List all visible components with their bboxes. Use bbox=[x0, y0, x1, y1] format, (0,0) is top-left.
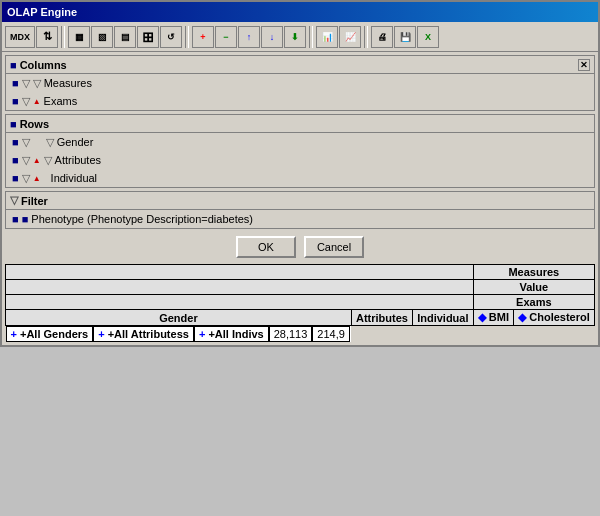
columns-measures-row: ■ ▽ ▽ Measures bbox=[6, 74, 594, 92]
measures-header-row: Measures bbox=[6, 265, 595, 280]
phenotype-label: Phenotype (Phenotype Description=diabete… bbox=[31, 213, 253, 225]
separator3 bbox=[309, 26, 313, 48]
title-bar: OLAP Engine bbox=[2, 2, 598, 22]
attrs-filter-icon: ▽ bbox=[22, 154, 30, 167]
bmi-label: BMI bbox=[489, 311, 509, 323]
col-names-row: Gender Attributes Individual ◆ BMI ◆ Cho… bbox=[6, 310, 595, 326]
attrs-plus-icon: + bbox=[98, 328, 104, 340]
save-btn[interactable]: 💾 bbox=[394, 26, 416, 48]
up-btn[interactable]: ↑ bbox=[238, 26, 260, 48]
rows-panel: ■ Rows ■ ▽ ▽ Gender ■ ▽ ▲ ▽ Attributes ■… bbox=[5, 114, 595, 188]
row-indiv-value: +All Indivs bbox=[208, 328, 263, 340]
window-title: OLAP Engine bbox=[7, 6, 77, 18]
exams-header-row: Exams bbox=[6, 295, 595, 310]
gender-spacer bbox=[33, 136, 43, 148]
gender-filter2-icon: ▽ bbox=[46, 136, 54, 149]
rows-header: ■ Rows bbox=[6, 115, 594, 133]
row-bmi: 28,113 bbox=[269, 326, 313, 342]
phenotype-sq2-icon: ■ bbox=[22, 213, 29, 225]
cholesterol-label: Cholesterol bbox=[529, 311, 590, 323]
mdx-btn[interactable]: MDX bbox=[5, 26, 35, 48]
excel-btn[interactable]: X bbox=[417, 26, 439, 48]
indiv-label: Individual bbox=[51, 172, 97, 184]
exams-filter-icon: ▽ bbox=[22, 95, 30, 108]
cancel-button[interactable]: Cancel bbox=[304, 236, 364, 258]
results-table: Measures Value Exams Gender bbox=[5, 264, 595, 342]
rows-attributes-row: ■ ▽ ▲ ▽ Attributes bbox=[6, 151, 594, 169]
col-gender: Gender bbox=[6, 310, 352, 326]
rows-gender-row: ■ ▽ ▽ Gender bbox=[6, 133, 594, 151]
bar-chart-btn[interactable]: 📊 bbox=[316, 26, 338, 48]
measures-header: Measures bbox=[473, 265, 594, 280]
col-individual: Individual bbox=[413, 310, 474, 326]
value-header: Value bbox=[473, 280, 594, 295]
attrs-label: Attributes bbox=[55, 154, 101, 166]
dialog-buttons: OK Cancel bbox=[5, 232, 595, 262]
separator4 bbox=[364, 26, 368, 48]
bmi-bullet-icon: ◆ bbox=[478, 311, 486, 323]
exams-empty-header bbox=[6, 295, 474, 310]
table-row: + +All Genders + +All Attributess + +All… bbox=[6, 326, 352, 342]
export-btn[interactable]: ⊞ bbox=[137, 26, 159, 48]
table-full-btn[interactable]: ▦ bbox=[68, 26, 90, 48]
data-grid: Measures Value Exams Gender bbox=[5, 264, 595, 342]
gender-square-icon: ■ bbox=[12, 136, 19, 148]
table-rows-btn[interactable]: ▤ bbox=[114, 26, 136, 48]
exams-up-icon: ▲ bbox=[33, 97, 41, 106]
gender-label: Gender bbox=[57, 136, 94, 148]
attrs-filter2-icon: ▽ bbox=[44, 154, 52, 167]
filter-main-icon: ▽ bbox=[10, 194, 18, 207]
indiv-up-icon: ▲ bbox=[33, 174, 41, 183]
rows-individual-row: ■ ▽ ▲ Individual bbox=[6, 169, 594, 187]
value-empty-header bbox=[6, 280, 474, 295]
attrs-up-icon: ▲ bbox=[33, 156, 41, 165]
rows-title: Rows bbox=[20, 118, 49, 130]
attrs-square-icon: ■ bbox=[12, 154, 19, 166]
toolbar: MDX ⇅ ▦ ▧ ▤ ⊞ ↺ + − ↑ ↓ ⬇ 📊 📈 🖨 💾 X bbox=[2, 22, 598, 52]
columns-square-icon: ■ bbox=[10, 59, 17, 71]
refresh-btn[interactable]: ↺ bbox=[160, 26, 182, 48]
indiv-filter-icon: ▽ bbox=[22, 172, 30, 185]
main-window: OLAP Engine MDX ⇅ ▦ ▧ ▤ ⊞ ↺ + − ↑ ↓ ⬇ 📊 … bbox=[0, 0, 600, 347]
col-bmi: ◆ BMI bbox=[473, 310, 513, 326]
down-btn[interactable]: ↓ bbox=[261, 26, 283, 48]
filter-panel: ▽ Filter ■ ■ Phenotype (Phenotype Descri… bbox=[5, 191, 595, 229]
download-btn[interactable]: ⬇ bbox=[284, 26, 306, 48]
row-attributes: + +All Attributess bbox=[93, 326, 194, 342]
columns-title: Columns bbox=[20, 59, 67, 71]
columns-header: ■ Columns ✕ bbox=[6, 56, 594, 74]
table-cols-btn[interactable]: ▧ bbox=[91, 26, 113, 48]
line-chart-btn[interactable]: 📈 bbox=[339, 26, 361, 48]
separator1 bbox=[61, 26, 65, 48]
exams-header: Exams bbox=[473, 295, 594, 310]
sort-btn[interactable]: ⇅ bbox=[36, 26, 58, 48]
phenotype-sq1-icon: ■ bbox=[12, 213, 19, 225]
gender-plus-icon: + bbox=[11, 328, 17, 340]
row-gender-value: +All Genders bbox=[20, 328, 88, 340]
filter-phenotype-row: ■ ■ Phenotype (Phenotype Description=dia… bbox=[6, 210, 594, 228]
row-attrs-value: +All Attributess bbox=[108, 328, 189, 340]
measures-empty-header bbox=[6, 265, 474, 280]
filter-title: Filter bbox=[21, 195, 48, 207]
indiv-square-icon: ■ bbox=[12, 172, 19, 184]
col-cholesterol: ◆ Cholesterol bbox=[514, 310, 595, 326]
indiv-plus-icon: + bbox=[199, 328, 205, 340]
filter-header: ▽ Filter bbox=[6, 192, 594, 210]
ok-button[interactable]: OK bbox=[236, 236, 296, 258]
row-individual: + +All Indivs bbox=[194, 326, 269, 342]
col-attributes: Attributes bbox=[351, 310, 412, 326]
measures-square-icon: ■ bbox=[12, 77, 19, 89]
separator2 bbox=[185, 26, 189, 48]
cholesterol-bullet-icon: ◆ bbox=[518, 311, 526, 323]
value-header-row: Value bbox=[6, 280, 595, 295]
gender-filter-icon: ▽ bbox=[22, 136, 30, 149]
columns-close-btn[interactable]: ✕ bbox=[578, 59, 590, 71]
exams-square-icon: ■ bbox=[12, 95, 19, 107]
row-gender: + +All Genders bbox=[6, 326, 94, 342]
columns-panel: ■ Columns ✕ ■ ▽ ▽ Measures ■ ▽ ▲ Exams bbox=[5, 55, 595, 111]
minus-btn[interactable]: − bbox=[215, 26, 237, 48]
print-btn[interactable]: 🖨 bbox=[371, 26, 393, 48]
measures-label: Measures bbox=[44, 77, 92, 89]
columns-exams-row: ■ ▽ ▲ Exams bbox=[6, 92, 594, 110]
plus-btn[interactable]: + bbox=[192, 26, 214, 48]
